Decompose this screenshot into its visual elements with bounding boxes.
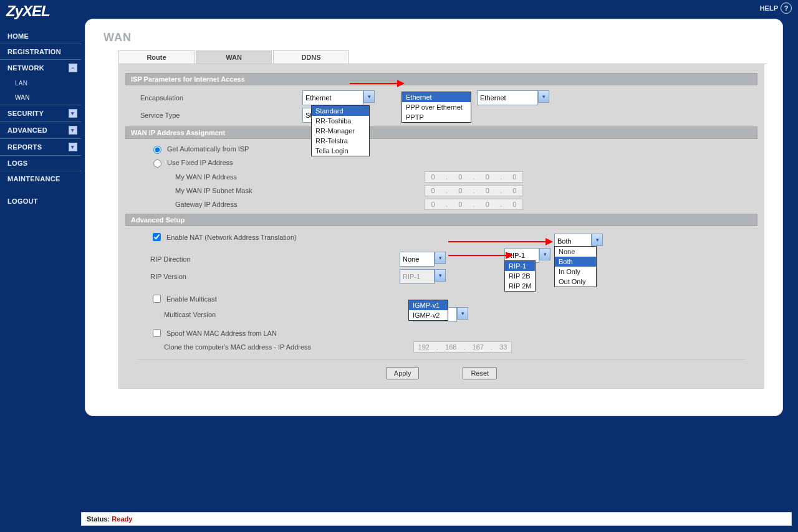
sidebar-label: LAN	[15, 80, 27, 87]
option-rr-telstra[interactable]: RR-Telstra	[312, 136, 369, 146]
checkbox-multicast-input[interactable]	[153, 295, 161, 303]
encapsulation-popup-select[interactable]	[477, 90, 538, 105]
gateway-input[interactable]: 0. 0. 0. 0	[425, 199, 523, 210]
sidebar-item-advanced[interactable]: ADVANCED▾	[0, 121, 81, 138]
label-gateway: Gateway IP Address	[125, 201, 425, 208]
sidebar-label: WAN	[15, 94, 30, 101]
status-label: Status:	[87, 515, 110, 523]
rip-direction-dropdown[interactable]: None Both In Only Out Only	[554, 246, 597, 287]
sidebar-item-wan[interactable]: WAN	[0, 90, 81, 105]
subnet-input[interactable]: 0. 0. 0. 0	[425, 185, 523, 196]
ip-octet: 192	[418, 343, 430, 351]
sidebar-item-reports[interactable]: REPORTS▾	[0, 138, 81, 155]
label-get-auto: Get Automatically from ISP	[167, 145, 249, 153]
radio-use-fixed[interactable]: Use Fixed IP Address	[150, 158, 233, 168]
checkbox-spoof-mac[interactable]: Spoof WAN MAC Address from LAN	[150, 327, 277, 339]
chevron-down-icon[interactable]: ▾	[539, 248, 550, 260]
chevron-down-icon[interactable]: ▾	[363, 90, 375, 103]
sidebar-label: HOME	[7, 32, 29, 40]
option-ethernet[interactable]: Ethernet	[402, 92, 471, 102]
chevron-down-icon[interactable]: ▾	[435, 252, 446, 264]
reset-button[interactable]: Reset	[463, 367, 497, 379]
main-panel: WAN Route WAN DDNS ISP Parameters for In…	[85, 19, 783, 416]
status-bar: Status: Ready	[81, 512, 792, 526]
sidebar-label: REPORTS	[7, 143, 42, 151]
label-rip-direction: RIP Direction	[125, 255, 400, 263]
sidebar-item-registration[interactable]: REGISTRATION	[0, 44, 81, 59]
chevron-down-icon[interactable]: ▾	[592, 234, 603, 246]
tab-route[interactable]: Route	[118, 50, 195, 64]
checkbox-nat[interactable]: Enable NAT (Network Address Translation)	[150, 231, 297, 243]
divider	[138, 359, 745, 359]
sidebar-label: REGISTRATION	[7, 48, 61, 55]
sidebar-item-security[interactable]: SECURITY▾	[0, 105, 81, 121]
option-telia-login[interactable]: Telia Login	[312, 146, 369, 156]
ip-octet: 0	[431, 173, 435, 181]
service-type-dropdown[interactable]: Standard RR-Toshiba RR-Manager RR-Telstr…	[311, 105, 370, 156]
sidebar-item-lan[interactable]: LAN	[0, 76, 81, 90]
help-label: HELP	[760, 4, 778, 12]
collapse-icon[interactable]: −	[69, 64, 77, 72]
label-multicast-version: Multicast Version	[125, 311, 413, 318]
sidebar-item-home[interactable]: HOME	[0, 29, 81, 44]
option-rip2m[interactable]: RIP 2M	[505, 281, 535, 291]
ip-octet: 0	[458, 173, 462, 181]
section-advanced: Advanced Setup	[125, 214, 757, 226]
sidebar-item-network[interactable]: NETWORK−	[0, 59, 81, 76]
multicast-dropdown[interactable]: IGMP-v1 IGMP-v2	[408, 300, 448, 321]
option-rr-manager[interactable]: RR-Manager	[312, 126, 369, 136]
label-rip-version: RIP Version	[125, 273, 400, 280]
rip-direction-select[interactable]	[400, 252, 435, 267]
expand-icon[interactable]: ▾	[69, 143, 77, 151]
ip-octet: 0	[431, 201, 435, 208]
expand-icon[interactable]: ▾	[69, 126, 77, 135]
chevron-down-icon[interactable]: ▾	[457, 307, 468, 320]
option-none[interactable]: None	[555, 247, 596, 257]
checkbox-spoof-mac-input[interactable]	[153, 329, 161, 337]
clone-ip-input[interactable]: 192. 168. 167. 33	[413, 341, 512, 353]
option-rip1[interactable]: RIP-1	[505, 261, 535, 271]
help-link[interactable]: HELP ?	[760, 2, 792, 14]
tab-ddns[interactable]: DDNS	[273, 50, 349, 64]
sidebar-label: MAINTENANCE	[7, 175, 60, 183]
wan-ip-input[interactable]: 0. 0. 0. 0	[425, 171, 523, 183]
sidebar-item-maintenance[interactable]: MAINTENANCE	[0, 171, 81, 186]
ip-octet: 167	[473, 343, 484, 351]
tab-wan[interactable]: WAN	[196, 50, 272, 64]
expand-icon[interactable]: ▾	[69, 109, 77, 118]
sidebar-item-logout[interactable]: LOGOUT	[0, 194, 81, 209]
radio-get-auto[interactable]: Get Automatically from ISP	[150, 144, 249, 154]
ip-octet: 168	[445, 343, 456, 351]
option-both[interactable]: Both	[555, 257, 596, 267]
ip-octet: 0	[486, 187, 489, 194]
sidebar-label: LOGOUT	[7, 197, 38, 205]
checkbox-nat-input[interactable]	[153, 233, 161, 241]
ip-octet: 0	[431, 187, 435, 194]
radio-use-fixed-input[interactable]	[153, 159, 161, 168]
sidebar-item-logs[interactable]: LOGS	[0, 155, 81, 171]
ip-octet: 0	[512, 173, 516, 181]
option-pppoe[interactable]: PPP over Ethernet	[402, 102, 471, 112]
encapsulation-dropdown[interactable]: Ethernet PPP over Ethernet PPTP	[401, 92, 471, 123]
encapsulation-select[interactable]	[302, 90, 363, 105]
option-rr-toshiba[interactable]: RR-Toshiba	[312, 116, 369, 126]
brand-logo: ZyXEL	[0, 0, 798, 22]
option-standard[interactable]: Standard	[312, 106, 369, 116]
checkbox-multicast[interactable]: Enable Multicast	[150, 293, 217, 305]
arrow-rip-version	[448, 255, 512, 256]
option-igmpv2[interactable]: IGMP-v2	[409, 310, 448, 320]
apply-button[interactable]: Apply	[386, 367, 420, 379]
radio-get-auto-input[interactable]	[153, 146, 161, 154]
option-igmpv1[interactable]: IGMP-v1	[409, 300, 448, 310]
label-my-wan-ip: My WAN IP Address	[125, 173, 425, 181]
option-pptp[interactable]: PPTP	[402, 112, 471, 122]
option-outonly[interactable]: Out Only	[555, 277, 596, 287]
label-service-type: Service Type	[125, 112, 302, 119]
option-rip2b[interactable]: RIP 2B	[505, 271, 535, 281]
chevron-down-icon[interactable]: ▾	[538, 90, 549, 103]
chevron-down-icon: ▾	[435, 269, 446, 282]
label-use-fixed: Use Fixed IP Address	[167, 159, 233, 166]
sidebar: HOME REGISTRATION NETWORK− LAN WAN SECUR…	[0, 16, 81, 429]
option-inonly[interactable]: In Only	[555, 267, 596, 277]
rip-version-dropdown[interactable]: RIP-1 RIP 2B RIP 2M	[504, 260, 536, 292]
